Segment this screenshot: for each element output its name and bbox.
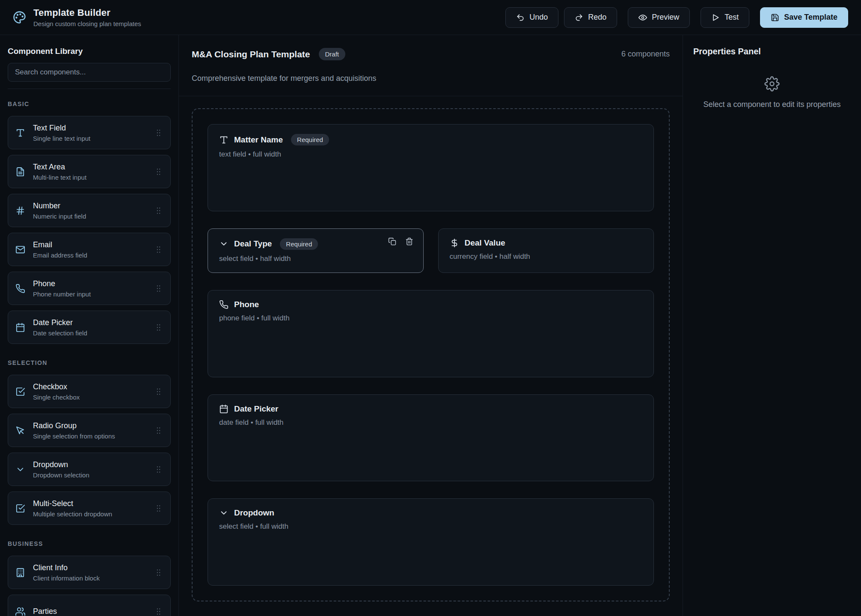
component-title: Deal Value xyxy=(465,238,505,248)
canvas-component-deal-type[interactable]: Deal Type Required select field • half w… xyxy=(208,228,424,273)
component-meta: phone field • full width xyxy=(219,314,642,323)
palette-icon xyxy=(13,11,26,24)
hash-icon xyxy=(15,206,25,216)
library-item-number[interactable]: Number Numeric input field xyxy=(8,194,171,227)
drag-handle-icon[interactable] xyxy=(154,465,163,474)
canvas-drop-zone[interactable]: Matter Name Required text field • full w… xyxy=(192,108,670,601)
library-item-name: Text Field xyxy=(33,124,90,133)
drag-handle-icon[interactable] xyxy=(154,568,163,577)
library-item-name: Date Picker xyxy=(33,318,87,327)
type-icon xyxy=(15,128,25,138)
type-icon xyxy=(219,135,229,145)
app-subtitle: Design custom closing plan templates xyxy=(33,20,141,27)
library-item-desc: Email address field xyxy=(33,252,87,259)
building-icon xyxy=(15,568,25,578)
drag-handle-icon[interactable] xyxy=(154,504,163,513)
toolbar-actions: Undo Redo Preview Test Save Template xyxy=(505,7,848,28)
component-meta: text field • full width xyxy=(219,150,642,159)
library-item-radio-group[interactable]: Radio Group Single selection from option… xyxy=(8,414,171,447)
library-item-phone[interactable]: Phone Phone number input xyxy=(8,272,171,305)
duplicate-button[interactable] xyxy=(385,234,400,249)
library-item-checkbox[interactable]: Checkbox Single checkbox xyxy=(8,375,171,408)
save-template-button[interactable]: Save Template xyxy=(760,7,848,28)
canvas-header: M&A Closing Plan Template Draft 6 compon… xyxy=(179,35,683,96)
library-item-email[interactable]: Email Email address field xyxy=(8,233,171,266)
dollar-icon xyxy=(450,238,459,248)
search-components-input[interactable] xyxy=(8,63,171,82)
library-item-client-info[interactable]: Client Info Client information block xyxy=(8,556,171,589)
canvas-component-matter-name[interactable]: Matter Name Required text field • full w… xyxy=(208,124,654,211)
check-square-icon xyxy=(15,387,25,397)
library-item-dropdown[interactable]: Dropdown Dropdown selection xyxy=(8,453,171,486)
section-label-selection: SELECTION xyxy=(8,359,171,366)
canvas-component-deal-value[interactable]: Deal Value currency field • half width xyxy=(438,228,654,273)
test-button[interactable]: Test xyxy=(701,7,749,28)
required-badge: Required xyxy=(291,134,329,145)
library-item-text-field[interactable]: Text Field Single line text input xyxy=(8,116,171,149)
redo-label: Redo xyxy=(588,13,606,22)
library-item-desc: Dropdown selection xyxy=(33,471,89,479)
save-icon xyxy=(771,13,779,22)
mail-icon xyxy=(15,245,25,255)
component-title: Dropdown xyxy=(234,508,274,518)
undo-label: Undo xyxy=(529,13,548,22)
library-item-name: Parties xyxy=(33,607,57,616)
drag-handle-icon[interactable] xyxy=(154,206,163,215)
test-label: Test xyxy=(724,13,739,22)
component-meta: select field • full width xyxy=(219,522,642,531)
check-square-icon xyxy=(15,503,25,513)
canvas-body: Matter Name Required text field • full w… xyxy=(179,96,683,616)
library-item-name: Checkbox xyxy=(33,382,80,391)
drag-handle-icon[interactable] xyxy=(154,245,163,254)
redo-button[interactable]: Redo xyxy=(564,7,617,28)
properties-panel: Properties Panel Select a component to e… xyxy=(683,35,861,616)
drag-handle-icon[interactable] xyxy=(154,387,163,396)
redo-icon xyxy=(575,13,583,22)
library-item-desc: Single line text input xyxy=(33,135,90,142)
canvas-component-dropdown[interactable]: Dropdown select field • full width xyxy=(208,498,654,586)
preview-button[interactable]: Preview xyxy=(628,7,690,28)
component-title: Deal Type xyxy=(234,239,272,249)
component-library-panel: Component Library BASIC Text Field Singl… xyxy=(0,35,179,616)
library-item-multi-select[interactable]: Multi-Select Multiple selection dropdown xyxy=(8,492,171,525)
undo-button[interactable]: Undo xyxy=(505,7,558,28)
library-item-name: Client Info xyxy=(33,563,100,572)
properties-empty-text: Select a component to edit its propertie… xyxy=(703,100,840,109)
drag-handle-icon[interactable] xyxy=(154,128,163,137)
delete-button[interactable] xyxy=(402,234,417,249)
component-meta: date field • full width xyxy=(219,418,642,427)
canvas-component-date-picker[interactable]: Date Picker date field • full width xyxy=(208,394,654,482)
component-title: Matter Name xyxy=(234,135,283,145)
drag-handle-icon[interactable] xyxy=(154,167,163,176)
library-item-parties[interactable]: Parties xyxy=(8,595,171,616)
file-text-icon xyxy=(15,167,25,177)
app-title: Template Builder xyxy=(33,7,141,18)
phone-icon xyxy=(15,284,25,293)
properties-panel-title: Properties Panel xyxy=(693,47,851,56)
library-item-date-picker[interactable]: Date Picker Date selection field xyxy=(8,311,171,344)
component-library-title: Component Library xyxy=(8,47,171,56)
drag-handle-icon[interactable] xyxy=(154,284,163,293)
sidebar-divider xyxy=(8,89,171,89)
library-item-desc: Client information block xyxy=(33,575,100,582)
undo-icon xyxy=(516,13,525,22)
canvas-component-phone[interactable]: Phone phone field • full width xyxy=(208,290,654,377)
library-item-name: Number xyxy=(33,201,86,210)
calendar-icon xyxy=(15,323,25,332)
library-item-name: Dropdown xyxy=(33,460,89,469)
preview-label: Preview xyxy=(652,13,679,22)
component-title: Phone xyxy=(234,300,259,309)
library-item-text-area[interactable]: Text Area Multi-line text input xyxy=(8,155,171,188)
drag-handle-icon[interactable] xyxy=(154,607,163,616)
status-badge: Draft xyxy=(319,48,346,60)
library-item-name: Phone xyxy=(33,279,91,288)
mouse-pointer-icon xyxy=(15,426,25,435)
library-item-desc: Numeric input field xyxy=(33,213,86,220)
section-label-business: BUSINESS xyxy=(8,540,171,547)
top-bar: Template Builder Design custom closing p… xyxy=(0,0,861,35)
library-item-name: Multi-Select xyxy=(33,499,112,508)
drag-handle-icon[interactable] xyxy=(154,426,163,435)
eye-icon xyxy=(638,13,647,22)
template-builder-app: Template Builder Design custom closing p… xyxy=(0,0,861,616)
drag-handle-icon[interactable] xyxy=(154,323,163,332)
